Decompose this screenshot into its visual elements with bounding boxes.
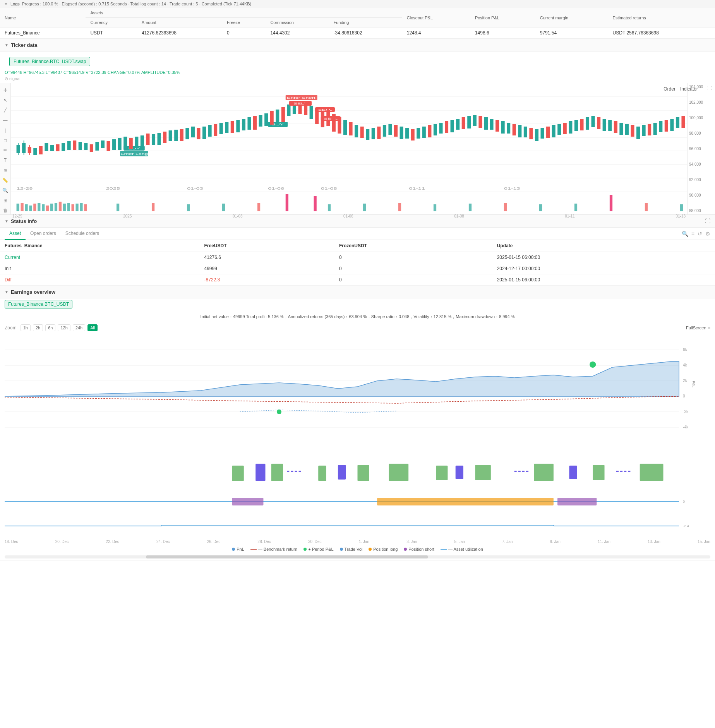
svg-rect-210 (255, 464, 265, 481)
asset-returns: USDT 2567.76363698 (608, 27, 715, 39)
toolbar-pen[interactable]: ✏ (2, 147, 9, 154)
chart-y-axis: 104,000 102,000 100,000 98,000 96,000 94… (687, 83, 715, 214)
svg-rect-99 (439, 123, 442, 134)
x-5jan: 5. Jan (454, 540, 465, 544)
toolbar-ruler[interactable]: 📏 (2, 176, 9, 184)
toolbar-hline[interactable]: — (2, 116, 9, 124)
diff-frozen: 0 (334, 274, 492, 286)
chart-toolbar: ✛ ↖ ╱ — | □ ✏ T ≋ 📏 🔍 ⊞ 🗑 (0, 83, 11, 214)
svg-rect-91 (394, 125, 398, 137)
ticker-chevron: ▼ (5, 43, 9, 47)
svg-rect-81 (338, 117, 341, 134)
toolbar-rect[interactable]: □ (2, 137, 9, 144)
asset-row: Futures_Binance USDT 41276.62363698 0 14… (0, 27, 715, 39)
toolbar-zoom[interactable]: 🔍 (2, 187, 9, 194)
col-name: Name (0, 8, 86, 27)
asset-detail-table: Futures_Binance FreeUSDT FrozenUSDT Upda… (0, 240, 715, 286)
fullscreen-button[interactable]: FullScreen ≡ (686, 325, 710, 330)
toolbar-arrow[interactable]: ↖ (2, 96, 9, 104)
earnings-header[interactable]: ▼ Earnings overview (0, 286, 715, 298)
svg-rect-22 (84, 143, 87, 150)
svg-rect-117 (540, 128, 544, 139)
asset-margin: 9791.54 (535, 27, 608, 39)
svg-rect-176 (363, 204, 366, 211)
pnl-dot (232, 548, 235, 551)
ticker-header[interactable]: ▼ Ticker data (0, 39, 715, 51)
svg-rect-184 (680, 204, 683, 211)
assets-section: Name Assets Closeout P&L Position P&L Cu… (0, 8, 715, 39)
toolbar-grid[interactable]: ⊞ (2, 197, 9, 204)
toolbar-fib[interactable]: ≋ (2, 166, 9, 174)
svg-rect-172 (187, 204, 190, 211)
col-funding: Funding (329, 18, 402, 27)
zoom-1h[interactable]: 1h (21, 324, 31, 331)
col-exchange: Futures_Binance (0, 240, 200, 252)
svg-rect-48 (208, 125, 212, 137)
svg-rect-159 (55, 203, 57, 211)
scrollbar[interactable] (5, 555, 710, 558)
svg-rect-183 (645, 203, 648, 211)
earnings-symbol[interactable]: Futures_Binance.BTC_USDT (5, 300, 72, 308)
svg-rect-13 (33, 148, 37, 155)
svg-rect-160 (59, 202, 62, 211)
toolbar-cursor[interactable]: ✛ (2, 86, 9, 94)
legend-trade-vol: Trade Vol (340, 547, 363, 552)
col-update: Update (492, 240, 715, 252)
indicator-button[interactable]: Indicator (679, 86, 700, 92)
expand-button[interactable]: ⛶ (707, 86, 712, 91)
svg-rect-202 (318, 466, 326, 481)
svg-text:01-11: 01-11 (409, 187, 425, 190)
svg-rect-15 (45, 143, 48, 151)
order-button[interactable]: Order (662, 86, 677, 92)
zoom-6h[interactable]: 6h (45, 324, 55, 331)
svg-rect-121 (563, 123, 567, 134)
ticker-symbol[interactable]: Futures_Binance.BTC_USDT.swap (9, 57, 90, 66)
init-free: 49999 (200, 263, 334, 274)
svg-rect-61 (270, 111, 274, 125)
tab-asset[interactable]: Asset (5, 228, 26, 240)
svg-rect-203 (358, 465, 369, 481)
filter-icon[interactable]: ≡ (691, 231, 694, 237)
svg-rect-80 (332, 114, 336, 132)
svg-rect-21 (79, 142, 82, 150)
zoom-all[interactable]: All (87, 324, 98, 331)
status-expand[interactable]: ⛶ (705, 218, 710, 224)
refresh-icon[interactable]: ↺ (698, 231, 702, 237)
svg-text:01-08: 01-08 (321, 187, 337, 190)
toolbar-delete[interactable]: 🗑 (2, 207, 9, 214)
zoom-12h[interactable]: 12h (58, 324, 70, 331)
earnings-symbol-wrapper: Futures_Binance.BTC_USDT (5, 300, 710, 308)
search-icon[interactable]: 🔍 (682, 231, 688, 237)
tab-schedule-orders[interactable]: Schedule orders (61, 228, 104, 240)
x-28dec: 28. Dec (257, 540, 271, 544)
svg-rect-167 (286, 194, 288, 211)
legend-benchmark-label: — Benchmark return (258, 547, 297, 552)
col-closeout: Closeout P&L (402, 8, 470, 27)
svg-rect-124 (580, 119, 583, 130)
toolbar-vline[interactable]: | (2, 127, 9, 134)
svg-rect-122 (569, 121, 572, 134)
svg-rect-180 (504, 203, 507, 211)
y-90k: 90,000 (689, 193, 713, 197)
svg-rect-90 (388, 124, 392, 135)
status-header-actions: ⛶ (705, 218, 710, 224)
position-svg: 0 (5, 490, 710, 513)
main-chart[interactable]: Enter Long BUY (11, 83, 687, 192)
earnings-chevron: ▼ (5, 290, 9, 294)
svg-rect-95 (417, 128, 420, 139)
svg-rect-136 (648, 124, 651, 135)
settings-icon[interactable]: ⚙ (705, 231, 710, 237)
svg-rect-85 (360, 127, 364, 138)
toolbar-text[interactable]: T (2, 156, 9, 164)
collapse-icon[interactable]: ▼ (4, 2, 8, 6)
svg-rect-28 (118, 138, 122, 150)
earnings-chart[interactable]: 6k 4k 2k 0 -2k -4k P&L (0, 334, 715, 545)
current-label: Current (0, 252, 200, 263)
zoom-24h[interactable]: 24h (73, 324, 85, 331)
scrollbar-thumb[interactable] (146, 555, 428, 558)
toolbar-line[interactable]: ╱ (2, 106, 9, 114)
zoom-2h[interactable]: 2h (33, 324, 43, 331)
tab-open-orders[interactable]: Open orders (26, 228, 61, 240)
x-11jan: 11. Jan (598, 540, 610, 544)
svg-text:12-29: 12-29 (17, 187, 33, 190)
